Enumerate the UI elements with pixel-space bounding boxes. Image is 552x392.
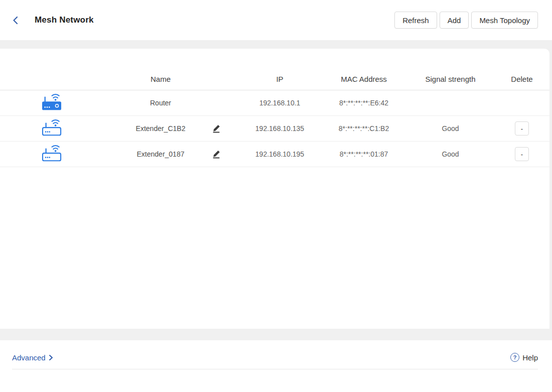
column-header-delete: Delete (497, 75, 547, 83)
table-header-row: Name IP MAC Address Signal strength Dele… (0, 49, 549, 90)
device-ip: 192.168.10.1 (236, 99, 324, 107)
column-header-ip: IP (236, 75, 324, 83)
mesh-network-page: Mesh Network Refresh Add Mesh Topology N… (0, 0, 552, 392)
add-button[interactable]: Add (440, 12, 469, 29)
device-ip: 192.168.10.195 (236, 150, 324, 158)
mesh-topology-button[interactable]: Mesh Topology (471, 12, 538, 29)
delete-button[interactable]: - (515, 147, 529, 161)
device-name-cell: Extender_0187 (85, 150, 236, 158)
device-name: Extender_C1B2 (136, 124, 186, 133)
device-signal-strength: Good (404, 124, 497, 133)
device-mac: 8*:**:**:**:01:87 (324, 150, 404, 158)
advanced-link[interactable]: Advanced (12, 353, 54, 362)
advanced-link-label: Advanced (12, 353, 46, 362)
device-icon-cell (0, 145, 85, 164)
footer-links-row: Advanced ? Help (0, 340, 552, 362)
refresh-button[interactable]: Refresh (394, 12, 437, 29)
device-name-cell: Extender_C1B2 (85, 124, 236, 133)
device-mac: 8*:**:**:**:C1:B2 (324, 124, 404, 133)
delete-cell: - (497, 121, 547, 136)
back-button[interactable] (11, 16, 21, 25)
pencil-icon (212, 124, 221, 133)
delete-cell: - (497, 147, 547, 161)
router-icon (41, 93, 62, 112)
device-name-cell: Router (85, 99, 236, 107)
help-icon-glyph: ? (513, 354, 517, 360)
device-mac: 8*:**:**:**:E6:42 (324, 99, 404, 107)
device-name: Router (150, 99, 171, 107)
content-background: Name IP MAC Address Signal strength Dele… (0, 40, 552, 340)
help-button[interactable]: ? Help (510, 353, 538, 362)
header-actions: Refresh Add Mesh Topology (394, 12, 538, 29)
header-left-group: Mesh Network (11, 15, 94, 25)
column-header-mac: MAC Address (324, 75, 404, 83)
column-header-name: Name (85, 75, 236, 83)
table-row: Extender_0187 192.168.10.195 8*:**:**:**… (0, 142, 549, 167)
delete-button[interactable]: - (515, 121, 529, 136)
device-ip: 192.168.10.135 (236, 124, 324, 133)
table-row: Router 192.168.10.1 8*:**:**:**:E6:42 - (0, 90, 549, 116)
page-footer: Advanced ? Help (0, 340, 552, 392)
chevron-left-icon (11, 16, 21, 25)
device-name: Extender_0187 (137, 150, 185, 158)
column-header-signal: Signal strength (404, 75, 497, 83)
device-icon-cell (0, 119, 85, 138)
pencil-icon (212, 150, 221, 159)
device-table-card: Name IP MAC Address Signal strength Dele… (0, 49, 549, 329)
device-signal-strength: Good (404, 150, 497, 158)
page-title: Mesh Network (35, 15, 94, 25)
device-icon-cell (0, 93, 85, 112)
edit-name-button[interactable] (212, 124, 221, 133)
extender-icon (41, 145, 62, 164)
chevron-right-icon (47, 354, 54, 361)
help-icon: ? (510, 353, 519, 362)
table-body: Router 192.168.10.1 8*:**:**:**:E6:42 - (0, 90, 549, 167)
page-header: Mesh Network Refresh Add Mesh Topology (0, 0, 552, 40)
help-label: Help (522, 353, 538, 362)
extender-icon (41, 119, 62, 138)
table-row: Extender_C1B2 192.168.10.135 8*:**:**:**… (0, 116, 549, 142)
edit-name-button[interactable] (212, 150, 221, 159)
footer-divider (12, 369, 538, 369)
